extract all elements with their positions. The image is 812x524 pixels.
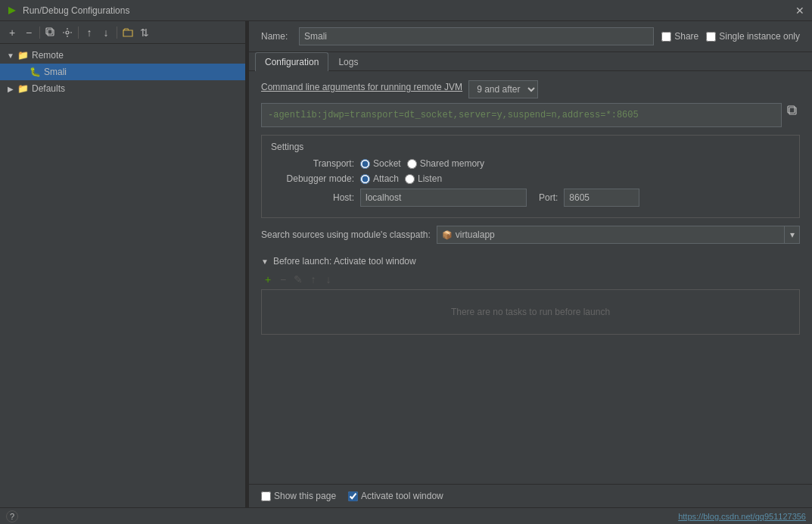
folder-button[interactable] — [120, 25, 135, 40]
single-instance-checkbox[interactable] — [706, 32, 716, 42]
debugger-mode-row: Debugger mode: Attach Listen — [271, 173, 790, 184]
tree-item-remote[interactable]: ▼ 📁 Remote — [0, 47, 245, 64]
before-launch-down-button[interactable]: ↓ — [322, 273, 335, 286]
jvm-version-dropdown[interactable]: 9 and after 5 - 8 — [468, 80, 538, 98]
host-input[interactable] — [360, 189, 527, 207]
before-launch-arrow-icon: ▼ — [261, 257, 269, 266]
title-bar: Run/Debug Configurations ✕ — [0, 0, 812, 21]
tree-arrow-defaults: ▶ — [6, 84, 15, 93]
folder-icon-defaults: 📁 — [17, 83, 29, 95]
svg-rect-2 — [46, 28, 52, 34]
left-panel: + − ↑ ↓ — [0, 21, 246, 507]
add-button[interactable]: + — [5, 25, 20, 40]
before-launch-remove-button[interactable]: − — [276, 273, 290, 286]
share-checkbox-wrap[interactable]: Share — [661, 31, 698, 42]
classpath-dropdown-container: 📦 virtualapp ▾ — [437, 226, 800, 244]
folder-icon-remote: 📁 — [17, 49, 29, 61]
name-input[interactable] — [299, 27, 654, 45]
debugger-attach-wrap[interactable]: Attach — [360, 173, 399, 184]
close-button[interactable]: ✕ — [794, 5, 806, 17]
copy-button[interactable] — [43, 25, 58, 40]
settings-title: Settings — [271, 142, 790, 152]
separator — [39, 27, 40, 39]
name-bar: Name: Share Single instance only — [249, 21, 812, 52]
no-tasks-text: There are no tasks to run before launch — [451, 292, 610, 332]
remove-button[interactable]: − — [21, 25, 36, 40]
module-icon: 📦 — [442, 230, 453, 240]
debugger-mode-label: Debugger mode: — [271, 173, 354, 184]
activate-window-label: Activate tool window — [361, 491, 443, 501]
command-text-wrap: -agentlib:jdwp=transport=dt_socket,serve… — [261, 103, 782, 127]
settings-button[interactable] — [60, 25, 75, 40]
svg-marker-0 — [8, 7, 16, 14]
classpath-module-name: virtualapp — [456, 229, 495, 240]
status-bar-left: ? — [6, 510, 18, 522]
sort-button[interactable]: ⇅ — [137, 25, 152, 40]
debugger-attach-radio[interactable] — [360, 174, 370, 184]
debugger-attach-label: Attach — [373, 173, 399, 184]
app-icon — [6, 5, 18, 17]
tree-item-defaults[interactable]: ▶ 📁 Defaults — [0, 80, 245, 97]
left-toolbar: + − ↑ ↓ — [0, 21, 245, 44]
command-text: -agentlib:jdwp=transport=dt_socket,serve… — [268, 110, 775, 120]
tree-arrow-remote: ▼ — [6, 51, 15, 60]
before-launch-up-button[interactable]: ↑ — [306, 273, 320, 286]
svg-rect-4 — [789, 108, 796, 114]
host-label: Host: — [271, 192, 354, 203]
tab-logs[interactable]: Logs — [328, 52, 368, 71]
classpath-arrow-button[interactable]: ▾ — [785, 226, 800, 244]
before-launch-toolbar: + − ✎ ↑ ↓ — [261, 270, 800, 289]
share-checkbox[interactable] — [661, 32, 671, 42]
host-port-row: Host: Port: — [271, 189, 790, 207]
transport-shared-memory-radio[interactable] — [407, 159, 417, 169]
show-page-checkbox[interactable] — [261, 491, 271, 501]
activate-window-wrap[interactable]: Activate tool window — [348, 491, 443, 501]
single-instance-label: Single instance only — [719, 31, 800, 42]
tree-item-smali[interactable]: 🐛 Smali — [0, 64, 245, 80]
transport-label: Transport: — [271, 158, 354, 169]
before-launch-header[interactable]: ▼ Before launch: Activate tool window — [261, 251, 800, 270]
before-launch-edit-button[interactable]: ✎ — [291, 273, 305, 286]
show-page-label: Show this page — [274, 491, 336, 501]
tabs-bar: Configuration Logs — [249, 52, 812, 71]
name-label: Name: — [261, 31, 291, 42]
tree-label-remote: Remote — [32, 50, 64, 61]
status-bar-url[interactable]: https://blog.csdn.net/qq951127356 — [678, 512, 806, 521]
config-icon-smali: 🐛 — [29, 66, 41, 78]
transport-socket-radio[interactable] — [360, 159, 370, 169]
port-input[interactable] — [564, 189, 639, 207]
transport-socket-wrap[interactable]: Socket — [360, 158, 401, 169]
transport-shared-memory-wrap[interactable]: Shared memory — [407, 158, 484, 169]
content-area: Command line arguments for running remot… — [249, 71, 812, 484]
classpath-dropdown[interactable]: 📦 virtualapp — [437, 226, 785, 244]
copy-command-button[interactable] — [785, 103, 800, 118]
tree-panel: ▼ 📁 Remote 🐛 Smali ▶ 📁 Defaults — [0, 44, 245, 507]
move-up-button[interactable]: ↑ — [82, 25, 97, 40]
move-down-button[interactable]: ↓ — [98, 25, 114, 40]
tree-label-defaults: Defaults — [32, 83, 65, 94]
before-launch-section: ▼ Before launch: Activate tool window + … — [261, 251, 800, 335]
show-page-wrap[interactable]: Show this page — [261, 491, 336, 501]
svg-rect-1 — [48, 30, 54, 36]
svg-rect-5 — [788, 106, 795, 113]
debugger-listen-wrap[interactable]: Listen — [405, 173, 442, 184]
jvm-version-dropdown-wrap: 9 and after 5 - 8 — [468, 80, 538, 98]
svg-point-3 — [66, 31, 69, 34]
single-instance-checkbox-wrap[interactable]: Single instance only — [706, 31, 800, 42]
transport-row: Transport: Socket Shared memory — [271, 158, 790, 169]
help-icon[interactable]: ? — [6, 510, 18, 522]
settings-section: Settings Transport: Socket Shared memory — [261, 135, 800, 218]
tab-configuration[interactable]: Configuration — [255, 52, 328, 71]
debugger-listen-radio[interactable] — [405, 174, 415, 184]
before-launch-add-button[interactable]: + — [261, 273, 275, 286]
command-line-label: Command line arguments for running remot… — [261, 82, 462, 92]
main-container: + − ↑ ↓ — [0, 21, 812, 507]
activate-window-checkbox[interactable] — [348, 491, 358, 501]
command-text-row: -agentlib:jdwp=transport=dt_socket,serve… — [261, 103, 800, 127]
command-line-section: Command line arguments for running remot… — [261, 80, 800, 127]
transport-socket-label: Socket — [373, 158, 401, 169]
status-bar: ? https://blog.csdn.net/qq951127356 — [0, 507, 812, 524]
command-line-row: Command line arguments for running remot… — [261, 80, 800, 98]
before-launch-content: There are no tasks to run before launch — [261, 289, 800, 335]
separator3 — [117, 27, 117, 39]
